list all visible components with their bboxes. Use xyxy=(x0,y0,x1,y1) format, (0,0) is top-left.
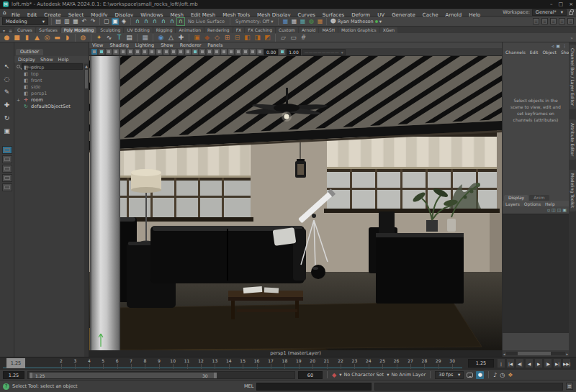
no-live-surface-label[interactable]: No Live Surface xyxy=(186,19,227,24)
shelf-tab-sculpting[interactable]: Sculpting xyxy=(97,27,123,33)
viewport-toolbar-icon-19[interactable] xyxy=(221,49,227,55)
viewport-toolbar-icon-20[interactable] xyxy=(228,49,234,55)
viewport-menu-shading[interactable]: Shading xyxy=(109,42,128,48)
snap-curve-icon[interactable]: ∩ xyxy=(143,18,150,25)
outliner-item-side[interactable]: ◧side xyxy=(14,83,84,90)
workspace-lock-icon[interactable] xyxy=(569,12,573,15)
channelbox-menu-edit[interactable]: Edit xyxy=(530,50,539,55)
layout-button-4[interactable] xyxy=(2,174,12,182)
poly-disc-icon[interactable]: ◗ xyxy=(63,34,71,42)
view-transform-dropdown[interactable]: ————————▾ xyxy=(302,49,346,55)
scale-tool-icon[interactable]: ▣ xyxy=(2,126,12,136)
undo-icon[interactable]: ↶ xyxy=(81,18,88,25)
bind-icon[interactable]: ✚ xyxy=(177,34,185,42)
fill-hole-icon[interactable]: ⊟ xyxy=(233,34,241,42)
platonic-icon[interactable]: ✦ xyxy=(95,34,103,42)
channelbox-menu-object[interactable]: Object xyxy=(542,50,557,55)
new-layer-icon-2[interactable]: ◫ xyxy=(552,207,556,212)
exposure-field[interactable]: 0.00 xyxy=(264,49,278,55)
select-hierarchy-icon[interactable]: ▢ xyxy=(103,18,110,25)
viewport-toolbar-icon-24[interactable] xyxy=(257,49,263,55)
layout-button-1[interactable] xyxy=(2,146,12,154)
side-tab-modeling-toolkit[interactable]: Modeling Toolkit xyxy=(570,170,576,211)
viewport-toolbar-icon-6[interactable] xyxy=(127,49,133,55)
script-editor-icon[interactable]: ≡ xyxy=(566,383,573,390)
svg-tool-icon[interactable]: ▤ xyxy=(125,34,133,42)
viewport-toolbar-icon-15[interactable] xyxy=(192,49,198,55)
shelf-tab-rigging[interactable]: Rigging xyxy=(153,27,176,33)
extract-icon[interactable]: ⊞ xyxy=(223,34,231,42)
poly-sphere-icon[interactable]: ● xyxy=(3,34,11,42)
joint-icon[interactable]: ◉ xyxy=(157,34,165,42)
open-scene-icon[interactable]: ▥ xyxy=(63,18,71,25)
shelf-tab-uv-editing[interactable]: UV Editing xyxy=(124,27,152,33)
step-forward-key-button[interactable]: ▶| xyxy=(553,358,562,368)
anim-snap-icon[interactable]: ❖ xyxy=(508,372,513,378)
viewport-toolbar-icon-13[interactable] xyxy=(178,49,184,55)
combine-icon[interactable]: ◇ xyxy=(213,34,221,42)
maximize-button[interactable]: □ xyxy=(559,1,564,7)
play-forwards-button[interactable]: ▶ xyxy=(534,358,543,368)
snap-view-icon[interactable]: ∩ xyxy=(168,18,176,25)
side-tab-channel-box-layer-editor[interactable]: Channel Box / Layer Editor xyxy=(570,45,576,109)
layer-tab-anim[interactable]: Anim xyxy=(529,195,549,201)
shelf-tab-custom[interactable]: Custom xyxy=(276,27,298,33)
viewport-toolbar-icon-12[interactable] xyxy=(171,49,176,55)
auto-keyframe-toggle[interactable]: ● xyxy=(476,371,484,379)
super-shape-icon[interactable]: ◍ xyxy=(79,34,87,42)
shelf-tab-mash[interactable]: MASH xyxy=(319,27,338,33)
mirror-icon[interactable]: ▱ xyxy=(279,34,287,42)
make-live-icon[interactable]: ∩ xyxy=(177,18,184,25)
shelf-tab-poly-modeling[interactable]: Poly Modeling xyxy=(61,27,97,33)
type-tool-icon[interactable]: T xyxy=(115,34,123,42)
step-forward-frame-button[interactable]: |▶ xyxy=(544,358,552,368)
viewport-toolbar-icon-10[interactable] xyxy=(156,49,162,55)
playback-options-icon[interactable] xyxy=(467,373,473,378)
mute-icon[interactable]: ♪ xyxy=(493,372,497,378)
viewport-toolbar-icon-16[interactable] xyxy=(199,49,205,55)
layer-tab-display[interactable]: Display xyxy=(504,195,528,201)
current-frame-marker[interactable]: 1.25 xyxy=(6,358,25,368)
sidebar-toggle-icon-2[interactable]: ≡ xyxy=(541,18,548,24)
layout-button-3[interactable] xyxy=(2,165,12,173)
viewport-menu-panels[interactable]: Panels xyxy=(207,42,222,48)
playback-range-slider[interactable]: 1.25 30 xyxy=(27,371,295,379)
viewport-toolbar-icon-1[interactable] xyxy=(91,49,97,55)
poly-cone-icon[interactable]: ▲ xyxy=(33,34,41,42)
snap-projected-icon[interactable]: ∩ xyxy=(160,18,167,25)
layer-menu-options[interactable]: Options xyxy=(524,201,541,206)
lattice-icon[interactable]: ▭ xyxy=(289,34,297,42)
poly-cube-icon[interactable]: ■ xyxy=(13,34,21,42)
save-scene-icon[interactable]: ▦ xyxy=(72,18,79,25)
paint-select-tool-icon[interactable]: ✎ xyxy=(2,87,12,97)
image-plane-icon[interactable]: ▦ xyxy=(141,34,149,42)
sidebar-toggle-icon-3[interactable]: ≡ xyxy=(550,18,557,24)
command-line-input[interactable] xyxy=(256,383,372,391)
outliner-menu-show[interactable]: Show xyxy=(40,57,53,63)
viewport-toolbar-icon-3[interactable] xyxy=(106,49,112,55)
channel-display-icon-3[interactable]: ⋮ xyxy=(562,43,567,48)
shelf-tab-motion-graphics[interactable]: Motion Graphics xyxy=(338,27,379,33)
gamma-field[interactable]: 1.00 xyxy=(287,49,300,55)
step-back-frame-button[interactable]: ◀| xyxy=(516,358,524,368)
boolean-diff-icon[interactable]: ◆ xyxy=(203,34,211,42)
viewport-toolbar-icon-7[interactable] xyxy=(135,49,140,55)
shelf-tab-rendering[interactable]: Rendering xyxy=(204,27,233,33)
shelf-tab-fx-caching[interactable]: FX Caching xyxy=(245,27,275,33)
step-back-key-button[interactable]: |◀ xyxy=(506,358,515,368)
shelf-overflow-icon[interactable]: » xyxy=(570,35,573,40)
viewport-menu-view[interactable]: View xyxy=(92,42,103,48)
rotate-tool-icon[interactable]: ↻ xyxy=(2,113,12,123)
viewport-toolbar-icon-2[interactable] xyxy=(99,49,104,55)
smooth-icon[interactable]: ◧ xyxy=(243,34,251,42)
shelf-list-icon[interactable]: ≡ xyxy=(7,28,14,33)
bevel-icon[interactable]: ◩ xyxy=(264,34,271,42)
shelf-menu-icon[interactable]: ▾ xyxy=(1,28,6,33)
viewport-toolbar-icon-17[interactable] xyxy=(207,49,212,55)
character-set-dropdown[interactable]: ▾No Character Set xyxy=(339,372,384,378)
select-component-icon[interactable]: ◈ xyxy=(120,18,127,25)
shelf-tab-curves[interactable]: Curves xyxy=(14,27,35,33)
sidebar-toggle-icon-5[interactable]: ≡ xyxy=(567,18,574,24)
new-layer-icon-3[interactable]: ◫ xyxy=(557,207,562,212)
lasso-tool-icon[interactable]: ◌ xyxy=(2,74,12,84)
